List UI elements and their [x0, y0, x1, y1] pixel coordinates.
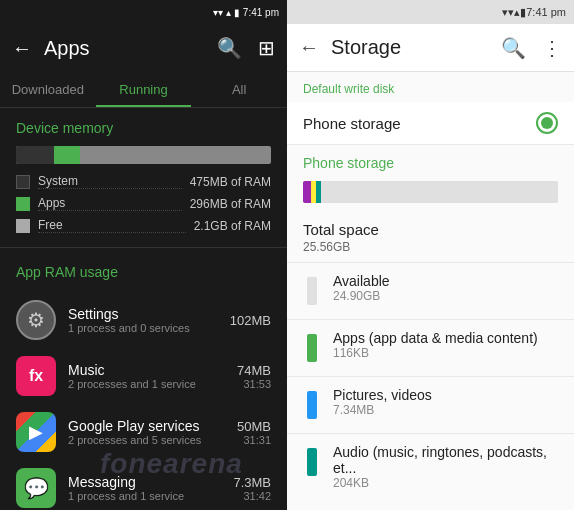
memory-legend: System 475MB of RAM Apps 296MB of RAM Fr…: [16, 172, 271, 235]
right-back-button[interactable]: ←: [295, 32, 323, 63]
app-time: 31:42: [233, 490, 271, 502]
app-usage: 74MB 31:53: [237, 363, 271, 390]
app-time: 31:31: [237, 434, 271, 446]
apps-info: Apps (app data & media content) 116KB: [333, 330, 558, 360]
menu-button[interactable]: ⊞: [254, 32, 279, 64]
back-button[interactable]: ←: [8, 33, 36, 64]
app-icon-messaging: 💬: [16, 468, 56, 508]
legend-apps: Apps 296MB of RAM: [16, 194, 271, 213]
pictures-name: Pictures, videos: [333, 387, 558, 403]
available-dot: [307, 277, 317, 305]
apps-value: 296MB of RAM: [190, 197, 271, 211]
app-info-messaging: Messaging 1 process and 1 service: [68, 474, 221, 502]
radio-selected[interactable]: [536, 112, 558, 134]
pictures-icon: [303, 387, 321, 423]
legend-free: Free 2.1GB of RAM: [16, 216, 271, 235]
system-color-swatch: [16, 175, 30, 189]
list-item[interactable]: ▶ Google Play services 2 processes and 5…: [0, 404, 287, 460]
app-usage: 50MB 31:31: [237, 419, 271, 446]
audio-name: Audio (music, ringtones, podcasts, et...: [333, 444, 558, 476]
app-sub: 2 processes and 1 service: [68, 378, 225, 390]
chart-seg-purple: [303, 181, 311, 203]
chart-seg-rest: [321, 181, 558, 203]
search-button[interactable]: 🔍: [213, 32, 246, 64]
app-usage: 102MB: [230, 313, 271, 328]
app-icon-music: fx: [16, 356, 56, 396]
available-info: Available 24.90GB: [333, 273, 558, 303]
wifi-icon: ▴: [226, 7, 231, 18]
app-info-play: Google Play services 2 processes and 5 s…: [68, 418, 225, 446]
app-info-music: Music 2 processes and 1 service: [68, 362, 225, 390]
app-usage: 7.3MB 31:42: [233, 475, 271, 502]
audio-info: Audio (music, ringtones, podcasts, et...…: [333, 444, 558, 490]
tab-downloaded[interactable]: Downloaded: [0, 72, 96, 107]
free-value: 2.1GB of RAM: [194, 219, 271, 233]
battery-icon: ▮: [234, 7, 240, 18]
pictures-info: Pictures, videos 7.34MB: [333, 387, 558, 417]
free-color-swatch: [16, 219, 30, 233]
left-content: Device memory System 475MB of RAM Apps 2…: [0, 108, 287, 510]
right-signal-icon: ▾▾: [502, 6, 514, 19]
status-icons: ▾▾ ▴ ▮ 7:41 pm: [213, 7, 279, 18]
right-search-button[interactable]: 🔍: [497, 32, 530, 64]
right-time: 7:41 pm: [526, 6, 566, 18]
apps-storage-value: 116KB: [333, 346, 558, 360]
status-time: 7:41 pm: [243, 7, 279, 18]
storage-row-apps[interactable]: Apps (app data & media content) 116KB: [287, 319, 574, 376]
system-value: 475MB of RAM: [190, 175, 271, 189]
app-info-settings: Settings 1 process and 0 services: [68, 306, 218, 334]
list-item[interactable]: 💬 Messaging 1 process and 1 service 7.3M…: [0, 460, 287, 510]
device-memory-header: Device memory: [0, 108, 287, 142]
phone-storage-label: Phone storage: [303, 115, 536, 132]
storage-row-audio[interactable]: Audio (music, ringtones, podcasts, et...…: [287, 433, 574, 500]
list-item[interactable]: ⚙ Settings 1 process and 0 services 102M…: [0, 292, 287, 348]
divider: [0, 247, 287, 248]
app-sub: 2 processes and 5 services: [68, 434, 225, 446]
storage-chart-bar: [303, 181, 558, 203]
app-icon-settings: ⚙: [16, 300, 56, 340]
app-sub: 1 process and 1 service: [68, 490, 221, 502]
storage-row-available[interactable]: Available 24.90GB: [287, 262, 574, 319]
app-size: 74MB: [237, 363, 271, 378]
right-content: Default write disk Phone storage Phone s…: [287, 72, 574, 510]
app-sub: 1 process and 0 services: [68, 322, 218, 334]
app-list: ⚙ Settings 1 process and 0 services 102M…: [0, 286, 287, 510]
memory-apps-bar: [54, 146, 80, 164]
app-icon-play: ▶: [16, 412, 56, 452]
audio-icon: [303, 444, 321, 480]
apps-icon: [303, 330, 321, 366]
total-space-label: Total space: [287, 213, 574, 240]
memory-bars: System 475MB of RAM Apps 296MB of RAM Fr…: [0, 142, 287, 243]
total-space-value: 25.56GB: [287, 240, 574, 262]
left-toolbar: ← Apps 🔍 ⊞: [0, 24, 287, 72]
free-label: Free: [38, 218, 186, 233]
memory-bar: [16, 146, 271, 164]
available-name: Available: [333, 273, 558, 289]
right-panel: ▾▾ ▴ ▮ 7:41 pm ← Storage 🔍 ⋮ Default wri…: [287, 0, 574, 510]
app-time: 31:53: [237, 378, 271, 390]
tab-all[interactable]: All: [191, 72, 287, 107]
app-name: Google Play services: [68, 418, 225, 434]
system-label: System: [38, 174, 182, 189]
app-size: 7.3MB: [233, 475, 271, 490]
audio-dot: [307, 448, 317, 476]
memory-system-bar: [16, 146, 54, 164]
left-panel: ▾▾ ▴ ▮ 7:41 pm ← Apps 🔍 ⊞ Downloaded Run…: [0, 0, 287, 510]
right-toolbar: ← Storage 🔍 ⋮: [287, 24, 574, 72]
right-menu-button[interactable]: ⋮: [538, 32, 566, 64]
app-size: 102MB: [230, 313, 271, 328]
storage-row-pictures[interactable]: Pictures, videos 7.34MB: [287, 376, 574, 433]
app-size: 50MB: [237, 419, 271, 434]
tab-running[interactable]: Running: [96, 72, 192, 107]
right-status-bar: ▾▾ ▴ ▮ 7:41 pm: [287, 0, 574, 24]
pictures-value: 7.34MB: [333, 403, 558, 417]
phone-storage-option[interactable]: Phone storage: [287, 102, 574, 145]
right-page-title: Storage: [331, 36, 489, 59]
apps-storage-name: Apps (app data & media content): [333, 330, 558, 346]
app-ram-header: App RAM usage: [0, 252, 287, 286]
page-title: Apps: [44, 37, 205, 60]
available-icon: [303, 273, 321, 309]
list-item[interactable]: fx Music 2 processes and 1 service 74MB …: [0, 348, 287, 404]
pics-dot: [307, 391, 317, 419]
app-name: Messaging: [68, 474, 221, 490]
